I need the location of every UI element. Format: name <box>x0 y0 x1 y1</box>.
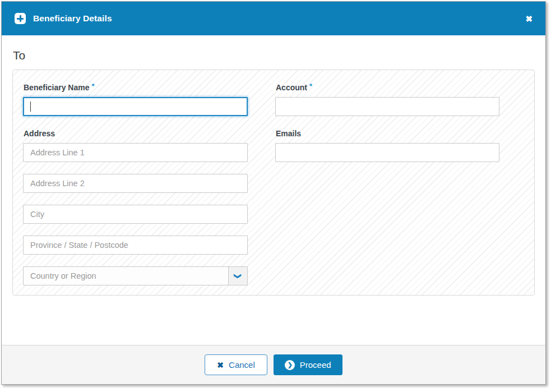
proceed-button[interactable]: ❯ Proceed <box>274 354 342 375</box>
cancel-button[interactable]: ✖ Cancel <box>205 354 267 375</box>
beneficiary-name-input-wrap <box>23 97 248 116</box>
form-column-left: Beneficiary Name* Address <box>23 83 248 285</box>
emails-input[interactable] <box>275 143 499 162</box>
beneficiary-name-field: Beneficiary Name* <box>23 83 248 116</box>
emails-field: Emails <box>275 129 499 162</box>
country-or-region-select[interactable]: Country or Region ❯ <box>23 266 248 285</box>
account-input[interactable] <box>275 97 499 116</box>
account-label-text: Account <box>276 83 307 92</box>
modal-title: Beneficiary Details <box>33 13 112 24</box>
modal-header: Beneficiary Details ✖ <box>2 2 545 35</box>
form-column-right: Account* Emails <box>275 83 499 285</box>
modal-body: To Beneficiary Name* Address <box>2 35 545 345</box>
address-label: Address <box>24 129 247 138</box>
proceed-button-label: Proceed <box>300 360 331 370</box>
required-asterisk: * <box>92 82 95 90</box>
cancel-button-label: Cancel <box>229 360 255 370</box>
plus-square-icon <box>15 13 26 24</box>
country-select-arrow-segment[interactable]: ❯ <box>228 267 247 285</box>
modal-footer: ✖ Cancel ❯ Proceed <box>2 345 545 384</box>
address-line2-input[interactable] <box>23 174 248 193</box>
beneficiary-name-label: Beneficiary Name* <box>24 83 247 92</box>
address-line1-input[interactable] <box>23 143 248 162</box>
text-caret <box>30 102 31 112</box>
beneficiary-name-label-text: Beneficiary Name <box>24 83 90 92</box>
beneficiary-details-modal: Beneficiary Details ✖ To Beneficiary Nam… <box>1 1 546 385</box>
province-state-postcode-input[interactable] <box>23 236 248 255</box>
chevron-down-icon: ❯ <box>234 273 242 279</box>
required-asterisk: * <box>309 82 312 90</box>
plus-icon-bar <box>17 18 24 20</box>
close-icon[interactable]: ✖ <box>525 15 533 23</box>
proceed-arrow-icon: ❯ <box>285 360 295 370</box>
address-field-group: Address Country or Region <box>23 129 248 285</box>
form-panel: Beneficiary Name* Address <box>12 70 535 296</box>
proceed-chevron-glyph: ❯ <box>288 362 293 368</box>
account-label: Account* <box>276 83 499 92</box>
country-or-region-select-value: Country or Region <box>24 267 228 285</box>
cancel-x-icon: ✖ <box>217 361 224 369</box>
emails-label: Emails <box>276 129 499 138</box>
account-field: Account* <box>275 83 499 116</box>
beneficiary-name-input[interactable] <box>23 97 248 116</box>
city-input[interactable] <box>23 205 248 224</box>
section-heading-to: To <box>13 49 535 62</box>
